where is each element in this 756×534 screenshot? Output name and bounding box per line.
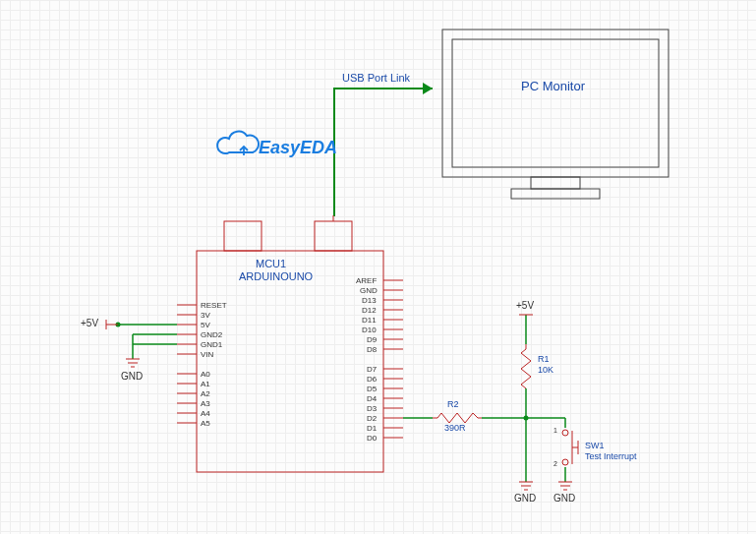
right-nets xyxy=(403,315,565,482)
usb-link-wire xyxy=(334,83,433,216)
pin-a4: A4 xyxy=(201,409,210,418)
svg-rect-2 xyxy=(531,177,580,189)
left-power-nets xyxy=(116,323,178,360)
gnd-left-symbol xyxy=(126,359,140,367)
net-5v-right: +5V xyxy=(516,300,534,311)
svg-rect-0 xyxy=(442,30,669,177)
pin-d4: D4 xyxy=(367,394,377,403)
pin-gnd1: GND1 xyxy=(201,340,222,349)
pin-d12: D12 xyxy=(362,306,377,315)
pin-5v: 5V xyxy=(201,321,210,329)
pin-d7: D7 xyxy=(367,365,377,374)
mcu-body xyxy=(197,215,383,472)
pin-d13: D13 xyxy=(362,296,377,305)
sw1-pin1: 1 xyxy=(553,427,557,434)
pin-a5: A5 xyxy=(201,419,210,428)
pin-vin: VIN xyxy=(201,350,213,359)
pin-aref: AREF xyxy=(356,276,377,285)
pin-a1: A1 xyxy=(201,380,210,388)
mcu-left-pins xyxy=(177,305,197,423)
mcu-right-pins xyxy=(383,280,403,438)
svg-rect-1 xyxy=(452,39,659,167)
pin-gnd: GND xyxy=(360,286,378,295)
pin-d9: D9 xyxy=(367,335,377,344)
svg-rect-6 xyxy=(224,221,262,251)
net-gnd-r2: GND xyxy=(553,493,575,504)
r2-ref: R2 xyxy=(447,399,459,409)
pin-d1: D1 xyxy=(367,424,377,433)
r2-val: 390R xyxy=(444,423,466,433)
pin-a2: A2 xyxy=(201,389,210,398)
r2-symbol xyxy=(433,413,482,423)
r1-val: 10K xyxy=(538,365,553,375)
sw1-ref: SW1 xyxy=(585,441,605,450)
pin-d5: D5 xyxy=(367,385,377,393)
pin-d10: D10 xyxy=(362,326,377,334)
pin-d0: D0 xyxy=(367,434,377,443)
svg-point-65 xyxy=(562,459,568,465)
net-5v-left: +5V xyxy=(81,318,98,328)
easyeda-cloud-icon xyxy=(217,132,259,155)
brand-label: EasyEDA xyxy=(259,138,337,158)
svg-marker-4 xyxy=(423,83,433,94)
gnd-right2-symbol xyxy=(558,482,572,490)
svg-point-64 xyxy=(562,430,568,436)
pin-gnd2: GND2 xyxy=(201,330,222,339)
pin-a3: A3 xyxy=(201,399,210,408)
pin-d6: D6 xyxy=(367,375,377,384)
net-gnd-left: GND xyxy=(121,371,143,382)
mcu-part: ARDUINOUNO xyxy=(239,270,313,282)
pin-a0: A0 xyxy=(201,370,210,379)
pc-monitor-symbol xyxy=(442,30,669,199)
r1-ref: R1 xyxy=(538,354,550,364)
svg-rect-3 xyxy=(511,189,600,199)
r1-symbol xyxy=(521,344,531,388)
usb-link-label: USB Port Link xyxy=(342,72,410,84)
pin-3v: 3V xyxy=(201,311,210,320)
pin-reset: RESET xyxy=(201,301,227,310)
mcu-ref: MCU1 xyxy=(256,258,286,269)
sw1-pin2: 2 xyxy=(553,460,557,467)
net-gnd-r1: GND xyxy=(514,493,536,504)
pin-d3: D3 xyxy=(367,404,377,413)
p5v-left-symbol xyxy=(106,320,118,329)
pin-d2: D2 xyxy=(367,414,377,423)
svg-rect-7 xyxy=(315,221,352,251)
sw1-symbol xyxy=(562,430,578,465)
gnd-right1-symbol xyxy=(519,482,533,490)
pin-d8: D8 xyxy=(367,345,377,354)
sw1-val: Test Interrupt xyxy=(585,451,637,461)
pin-d11: D11 xyxy=(362,316,377,325)
pc-monitor-label: PC Monitor xyxy=(521,79,585,93)
